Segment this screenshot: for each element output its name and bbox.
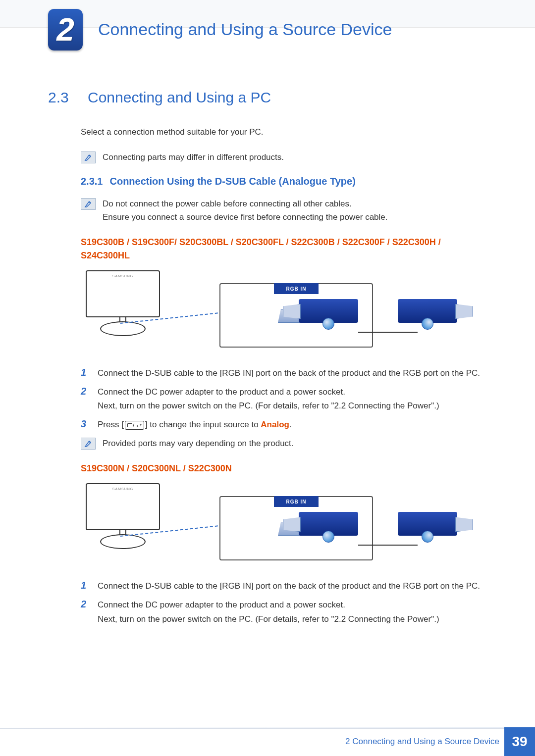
subsection-title: Connection Using the D-SUB Cable (Analog… [109,176,355,187]
end-note-text: Provided ports may vary depending on the… [103,437,294,450]
step-item: 1 Connect the D-SUB cable to the [RGB IN… [81,366,489,380]
page-content: 2.3 Connecting and Using a PC Select a c… [48,89,489,631]
note-icon [81,151,96,163]
model-list-1: S19C300B / S19C300F/ S20C300BL / S20C300… [81,236,489,262]
caution-line-2: Ensure you connect a source device first… [103,210,388,224]
cable-connector-right [398,288,482,348]
step-number: 2 [81,599,90,610]
monitor-illustration [81,270,165,350]
connection-diagram-1: RGB IN [81,268,489,357]
step-text: Connect the DC power adapter to the prod… [98,385,439,413]
chapter-title: Connecting and Using a Source Device [98,20,392,39]
step-item: 1 Connect the D-SUB cable to the [RGB IN… [81,579,489,593]
connection-diagram-2: RGB IN [81,481,489,570]
caution-line-1: Do not connect the power cable before co… [103,197,388,210]
cable-connector-left [299,288,383,348]
step-item: 2 Connect the DC power adapter to the pr… [81,385,489,413]
monitor-illustration [81,483,165,562]
footer-chapter-ref: 2 Connecting and Using a Source Device [345,737,499,747]
step-number: 2 [81,386,90,397]
step-text: Connect the D-SUB cable to the [RGB IN] … [98,579,480,593]
end-note-block: Provided ports may vary depending on the… [81,437,489,450]
note-icon [81,438,96,450]
chapter-badge: 2 [48,9,83,50]
step-text: Connect the D-SUB cable to the [RGB IN] … [98,366,480,380]
steps-list-2: 1 Connect the D-SUB cable to the [RGB IN… [81,579,489,626]
page-number-badge: 39 [504,727,535,756]
intro-paragraph: Select a connection method suitable for … [81,126,489,139]
step-number: 3 [81,418,90,430]
step-number: 1 [81,367,90,378]
source-button-icon: /⮐ [125,421,144,430]
cable-connector-left [299,501,383,560]
step-item: 2 Connect the DC power adapter to the pr… [81,598,489,626]
cable-connector-right [398,501,482,560]
model-list-2: S19C300N / S20C300NL / S22C300N [81,462,489,475]
note-block: Connecting parts may differ in different… [81,151,489,164]
step-item: 3 Press [/⮐] to change the input source … [81,418,489,432]
subsection-number: 2.3.1 [81,176,103,187]
section-heading: 2.3 Connecting and Using a PC [48,89,489,106]
caution-text: Do not connect the power cable before co… [103,197,388,224]
section-title: Connecting and Using a PC [88,89,271,106]
chapter-number: 2 [56,11,74,48]
step-text: Connect the DC power adapter to the prod… [98,598,439,626]
steps-list-1: 1 Connect the D-SUB cable to the [RGB IN… [81,366,489,432]
step-text: Press [/⮐] to change the input source to… [98,418,292,432]
subsection-heading: 2.3.1 Connection Using the D-SUB Cable (… [81,176,489,187]
caution-block: Do not connect the power cable before co… [81,197,489,224]
page-footer: 2 Connecting and Using a Source Device 3… [0,727,535,756]
note-text: Connecting parts may differ in different… [103,151,284,164]
step-number: 1 [81,580,90,591]
analog-label: Analog [261,420,289,429]
section-number: 2.3 [48,89,74,106]
note-icon [81,198,96,210]
